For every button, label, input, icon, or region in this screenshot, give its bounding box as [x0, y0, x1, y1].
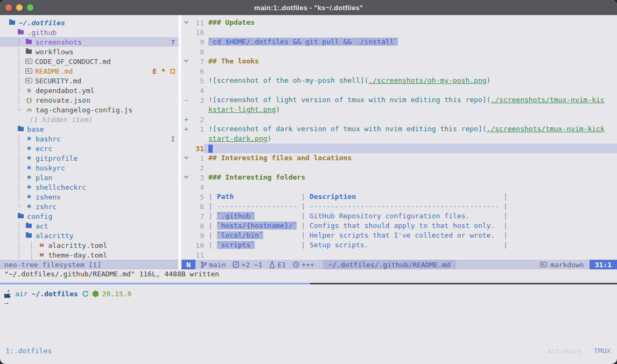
editor-line[interactable]: 1## Interesting files and locations	[181, 153, 617, 163]
fold-chevron-icon[interactable]	[184, 19, 188, 24]
tree-item-renovate-json[interactable]: │ renovate.json	[0, 95, 178, 105]
line-text: | `scripts` | Setup scripts. |	[204, 240, 617, 250]
tree-item-label: base	[27, 125, 44, 133]
fold-chevron-icon[interactable]	[184, 174, 188, 179]
tree-item-alacritty-toml[interactable]: │ │ alacritty.toml	[0, 240, 178, 250]
syntax-sp	[234, 192, 297, 201]
editor-line[interactable]: 3### Interesting folders	[181, 173, 617, 182]
syntax-pipe: |	[297, 231, 309, 239]
tree-item-code-of-conduct-md[interactable]: │ CODE_OF_CONDUCT.md	[0, 56, 178, 66]
editor-line[interactable]: 7| `.github` | GitHub Repository configu…	[181, 211, 617, 221]
editor-buffer: 11### Updates109`cd $HOME/.dotfiles && g…	[181, 15, 617, 260]
line-number: 1	[190, 154, 204, 162]
syntax-pipe: |	[297, 241, 309, 249]
query-mark: ?	[171, 38, 175, 46]
editor-line[interactable]: 7## The looks	[181, 56, 617, 66]
command-message-line: "~/.dotfiles/.github/README.md" 116L, 44…	[0, 269, 617, 279]
tree-item-theme-day-toml[interactable]: │ │ theme-day.toml	[0, 250, 178, 260]
line-number: 2	[190, 116, 204, 124]
tree-item-label: screenshots	[36, 38, 82, 46]
tree-item-zshrc[interactable]: └ zshrc	[0, 202, 178, 211]
line-text: ## Interesting files and locations	[204, 153, 617, 163]
star-icon	[25, 194, 33, 200]
editor-line[interactable]: 5| Path | Description |	[181, 192, 617, 202]
editor-line[interactable]: 31	[181, 144, 617, 153]
editor-line[interactable]: 4	[181, 182, 617, 192]
toml-icon	[38, 252, 45, 258]
editor-line[interactable]: 8| `hosts/{hostname}/` | Configs that sh…	[181, 221, 617, 231]
pending-changes: +++	[302, 261, 314, 269]
editor-line[interactable]: 9| `local/bin` | Helper scripts that I'v…	[181, 231, 617, 240]
dot-mark: •	[161, 68, 166, 74]
editor-line[interactable]: +2	[181, 115, 617, 124]
editor-line[interactable]: 10| `scripts` | Setup scripts. |	[181, 240, 617, 250]
editor-line[interactable]: 5![screenshot of the oh-my-posh shell](.…	[181, 76, 617, 85]
tree-item-workflows[interactable]: │ workflows	[0, 47, 178, 56]
editor-line[interactable]: 11### Updates	[181, 18, 617, 27]
tree-item-alacritty[interactable]: │ alacritty	[0, 231, 178, 240]
tree-item--dotfiles[interactable]: ~/.dotfiles	[0, 18, 178, 27]
syntax-sp	[469, 212, 499, 220]
tree-item-bashrc[interactable]: │ bashrcI	[0, 134, 178, 144]
tree-item-dependabot-yml[interactable]: │ dependabot.yml	[0, 85, 178, 95]
editor-line[interactable]: 4	[181, 85, 617, 95]
tree-item-act[interactable]: │ act	[0, 221, 178, 231]
editor-line[interactable]: 6	[181, 66, 617, 76]
tree-item-base[interactable]: base	[0, 124, 178, 134]
tree-guides	[0, 28, 17, 37]
flask-icon	[269, 261, 275, 268]
editor-line[interactable]: start-dark.png)	[181, 134, 617, 144]
fold-chevron-icon[interactable]	[184, 155, 188, 159]
editor-line[interactable]: 11	[181, 250, 617, 260]
line-number: 7	[190, 58, 204, 66]
editor-line[interactable]: +1![screenshot of dark version of tmux w…	[181, 124, 617, 134]
tree-item-screenshots[interactable]: │ screenshots?	[0, 37, 178, 47]
tree-item-label: huskyrc	[36, 164, 65, 172]
tree-item--github[interactable]: .github	[0, 27, 178, 37]
fold-chevron-icon[interactable]	[184, 58, 188, 62]
tree-item-label: gitprofile	[36, 154, 78, 162]
gutter-cell	[181, 61, 190, 62]
syntax-pipe: |	[297, 212, 309, 220]
tree-item-ecrc[interactable]: │ ecrc	[0, 144, 178, 153]
tree-item-label: (1 hidden item)	[30, 116, 93, 124]
editor-line[interactable]: 10	[181, 27, 617, 37]
md-icon	[25, 78, 32, 83]
editor-line[interactable]: ~3![screenshot of light version of tmux …	[181, 95, 617, 105]
tree-item-gitprofile[interactable]: │ gitprofile	[0, 153, 178, 163]
js-icon	[25, 106, 33, 113]
tree-item-plan[interactable]: │ plan	[0, 173, 178, 182]
tree-item-security-md[interactable]: │ SECURITY.md	[0, 76, 178, 85]
line-number: 11	[190, 19, 204, 27]
syntax-img: ![screenshot of the oh-my-posh shell](	[208, 76, 368, 84]
tree-item-shellcheckrc[interactable]: │ shellcheckrc	[0, 182, 178, 192]
editor-line[interactable]: 8	[181, 47, 617, 56]
editor-line[interactable]: 9`cd $HOME/.dotfiles && git pull && ./in…	[181, 37, 617, 47]
tree-item-zshenv[interactable]: │ zshenv	[0, 192, 178, 202]
tree-item--1-hidden-item-[interactable]: (1 hidden item)	[0, 115, 178, 124]
tmux-window-name[interactable]: 1:.dotfiles	[5, 347, 52, 355]
line-text	[204, 85, 617, 95]
tree-item-huskyrc[interactable]: │ huskyrc	[0, 163, 178, 173]
syntax-sep: ----------------------------------------…	[310, 202, 499, 210]
tree-item-tag-changelog-config-js[interactable]: └ tag-changelog-config.js	[0, 105, 178, 115]
syntax-img: )	[487, 76, 491, 84]
editor-line[interactable]: 2	[181, 163, 617, 173]
shell-pane[interactable]: air ~/.dotfiles 20.15.0 →	[0, 284, 617, 343]
git-sign: ~	[184, 96, 188, 104]
neo-tree-statusline: neo-tree filesystem [1]	[0, 260, 178, 269]
tree-item-readme-md[interactable]: │ README.mdE•	[0, 66, 178, 76]
editor-line[interactable]: 6| ------------------- | ---------------…	[181, 202, 617, 211]
tree-item-config[interactable]: config	[0, 211, 178, 221]
syntax-h3: ### Interesting folders	[208, 173, 305, 181]
tree-guides: │	[0, 154, 25, 162]
prompt-host: air	[15, 290, 27, 298]
gutter-cell: ~	[181, 96, 190, 104]
gutter-cell: +	[181, 116, 190, 124]
line-text: kstart-light.png)	[204, 105, 617, 115]
shell-prompt: air ~/.dotfiles 20.15.0	[4, 289, 617, 298]
editor-line[interactable]: kstart-light.png)	[181, 105, 617, 115]
tree-item-label: dependabot.yml	[36, 87, 95, 95]
line-text: ### Updates	[204, 18, 617, 27]
tree-guides: │	[0, 58, 25, 66]
